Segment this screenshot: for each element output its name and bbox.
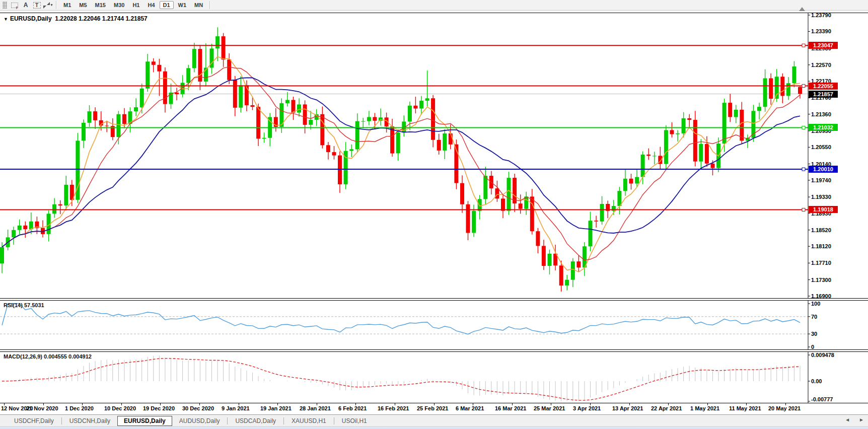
- macd-chart[interactable]: [0, 352, 868, 403]
- chart-title: ▼EURUSD,Daily 1.22028 1.22046 1.21744 1.…: [4, 15, 148, 22]
- text-label-button[interactable]: A: [21, 1, 31, 10]
- timeframe-button-w1[interactable]: W1: [175, 1, 190, 9]
- date-label: 28 Jan 2021: [300, 405, 331, 411]
- text-label-icon: A: [24, 2, 28, 9]
- date-label: 9 Jan 2021: [222, 405, 250, 411]
- time-axis[interactable]: 12 Nov 202021 Nov 20201 Dec 202010 Dec 2…: [0, 403, 868, 414]
- ohlc-quote-label: 1.22028 1.22046 1.21744 1.21857: [55, 15, 148, 22]
- timeframe-button-m1[interactable]: M1: [60, 1, 75, 9]
- date-label: 25 Mar 2021: [534, 405, 565, 411]
- timeframe-button-m15[interactable]: M15: [92, 1, 109, 9]
- tab-divider: [61, 417, 62, 424]
- tab-audusd-daily[interactable]: AUDUSD,Daily: [172, 416, 227, 425]
- tab-usdchf-daily[interactable]: USDCHF,Daily: [7, 416, 61, 425]
- text-box-icon: T: [33, 2, 41, 9]
- tab-eurusd-daily[interactable]: EURUSD,Daily: [117, 416, 172, 426]
- price-panel[interactable]: [0, 13, 868, 298]
- date-label: 3 Apr 2021: [573, 405, 601, 411]
- tab-usdcnh-daily[interactable]: USDCNH,Daily: [62, 416, 117, 425]
- chevron-down-icon: ▾: [51, 3, 53, 7]
- date-label: 25 Feb 2021: [417, 405, 448, 411]
- horizontal-line-1.20010[interactable]: [0, 168, 808, 171]
- rsi-label: RSI(14) 57.5031: [4, 302, 44, 308]
- timeframe-group: M1M5M15M30H1H4D1W1MN: [60, 1, 206, 9]
- toolbar: F A T ▾ M1M5M15M30H1H4D1W1MN: [0, 0, 868, 11]
- chart-tab-bar: USDCHF,DailyUSDCNH,DailyEURUSD,DailyAUDU…: [0, 414, 868, 426]
- tab-divider: [283, 417, 284, 424]
- date-label: 10 Dec 2020: [104, 405, 136, 411]
- rsi-line: [2, 304, 800, 334]
- frame-icon: F: [11, 3, 18, 8]
- candlesticks[interactable]: [0, 27, 802, 292]
- symbol-period-label: EURUSD,Daily: [10, 15, 52, 22]
- macd-label: MACD(12,26,9) 0.004555 0.004912: [4, 353, 92, 360]
- tab-divider: [334, 417, 334, 424]
- timeframe-button-mn[interactable]: MN: [191, 1, 206, 9]
- moving-average-10[interactable]: [2, 67, 800, 260]
- price-axis-ticks: [808, 13, 810, 298]
- date-label: 19 Dec 2020: [143, 405, 175, 411]
- tab-divider: [227, 417, 228, 424]
- price-chart[interactable]: [0, 13, 868, 298]
- tab-scroll-right-icon[interactable]: ►: [859, 417, 864, 422]
- date-label: 1 May 2021: [690, 405, 719, 411]
- date-label: 11 May 2021: [729, 405, 761, 411]
- tab-scroll-buttons: ◄ ►: [845, 417, 864, 422]
- status-bar: [0, 426, 868, 429]
- date-label: 16 Feb 2021: [378, 405, 409, 411]
- date-label: 6 Mar 2021: [456, 405, 484, 411]
- timeframe-button-m30[interactable]: M30: [110, 1, 128, 9]
- date-label: 30 Dec 2020: [182, 405, 214, 411]
- rsi-panel[interactable]: RSI(14) 57.5031: [0, 301, 868, 349]
- symbol-dropdown-icon[interactable]: ▼: [4, 17, 8, 22]
- tab-xauusd-h1[interactable]: XAUUSD,H1: [284, 416, 333, 425]
- timeframe-button-h1[interactable]: H1: [129, 1, 143, 9]
- arrows-tool-button[interactable]: ▾: [43, 1, 53, 10]
- timeframe-button-m5[interactable]: M5: [76, 1, 90, 9]
- timeframe-button-d1[interactable]: D1: [160, 1, 174, 9]
- rsi-chart[interactable]: [0, 301, 868, 349]
- macd-panel[interactable]: MACD(12,26,9) 0.004555 0.004912: [0, 352, 868, 403]
- horizontal-line-1.23047[interactable]: [0, 44, 808, 47]
- date-label: 1 Dec 2020: [65, 405, 94, 411]
- tab-usoil-h1[interactable]: USOil,H1: [335, 416, 374, 425]
- frame-tool-button[interactable]: F: [10, 1, 20, 10]
- timeframe-button-h4[interactable]: H4: [144, 1, 158, 9]
- date-label: 13 Apr 2021: [612, 405, 643, 411]
- horizontal-line-1.19018[interactable]: [0, 208, 808, 211]
- date-label: 21 Nov 2020: [26, 405, 58, 411]
- tab-usdcad-daily[interactable]: USDCAD,Daily: [228, 416, 283, 425]
- date-label: 16 Mar 2021: [495, 405, 526, 411]
- macd-signal-line: [2, 359, 800, 400]
- macd-histogram: [2, 355, 800, 401]
- horizontal-line-1.22055[interactable]: [0, 85, 808, 88]
- text-box-button[interactable]: T: [32, 1, 42, 10]
- trading-terminal: { "toolbar": { "tools": [ {"name": "fram…: [0, 0, 868, 429]
- date-label: 19 Jan 2021: [260, 405, 292, 411]
- toolbar-drag-handle[interactable]: [3, 2, 7, 9]
- chart-shift-marker[interactable]: [799, 7, 805, 11]
- date-label: 22 Apr 2021: [651, 405, 682, 411]
- tab-scroll-left-icon[interactable]: ◄: [845, 417, 850, 422]
- date-label: 20 May 2021: [768, 405, 801, 411]
- arrows-icon: [43, 2, 50, 9]
- moving-average-5[interactable]: [2, 56, 800, 272]
- moving-average-20[interactable]: [2, 78, 800, 247]
- toolbar-separator: [56, 1, 57, 9]
- toolbar-separator: [209, 1, 210, 9]
- date-label: 6 Feb 2021: [338, 405, 367, 411]
